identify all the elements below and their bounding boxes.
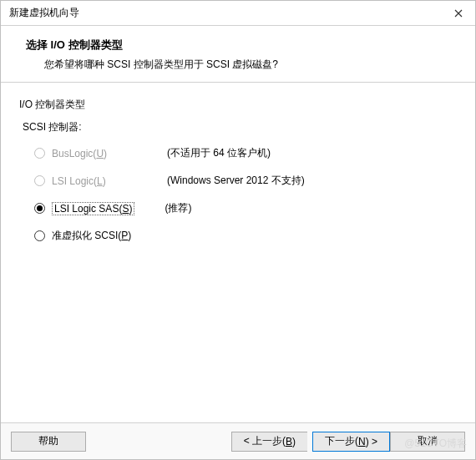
wizard-content: I/O 控制器类型 SCSI 控制器: BusLogic(U) (不适用于 64… <box>1 83 475 265</box>
group-label: I/O 控制器类型 <box>19 98 458 112</box>
option-label: BusLogic(U) <box>52 148 152 159</box>
scsi-label: SCSI 控制器: <box>23 120 458 134</box>
option-lsilogic: LSI Logic(L) (Windows Server 2012 不支持) <box>34 174 458 188</box>
option-label: LSI Logic SAS(S) <box>52 202 134 215</box>
radio-icon <box>34 175 45 186</box>
back-button[interactable]: < 上一步(B) <box>231 432 307 452</box>
help-button[interactable]: 帮助 <box>11 432 86 452</box>
radio-icon <box>34 230 45 241</box>
radio-icon <box>34 203 45 214</box>
page-title: 选择 I/O 控制器类型 <box>26 38 458 53</box>
option-lsilogic-sas[interactable]: LSI Logic SAS(S) (推荐) <box>34 201 458 215</box>
radio-icon <box>34 148 45 159</box>
window-title: 新建虚拟机向导 <box>9 6 442 20</box>
nav-buttons: < 上一步(B) 下一步(N) > <box>231 432 390 452</box>
close-icon <box>454 9 463 18</box>
option-label: 准虚拟化 SCSI(P) <box>52 229 152 243</box>
option-note: (不适用于 64 位客户机) <box>167 146 271 160</box>
controller-options: BusLogic(U) (不适用于 64 位客户机) LSI Logic(L) … <box>34 146 458 243</box>
titlebar: 新建虚拟机向导 <box>1 1 475 26</box>
close-button[interactable] <box>442 1 475 26</box>
next-button[interactable]: 下一步(N) > <box>312 432 390 452</box>
option-label: LSI Logic(L) <box>52 175 152 187</box>
option-paravirtual[interactable]: 准虚拟化 SCSI(P) <box>34 229 458 243</box>
wizard-header: 选择 I/O 控制器类型 您希望将哪种 SCSI 控制器类型用于 SCSI 虚拟… <box>1 26 475 83</box>
option-buslogic: BusLogic(U) (不适用于 64 位客户机) <box>34 146 458 160</box>
page-subtitle: 您希望将哪种 SCSI 控制器类型用于 SCSI 虚拟磁盘? <box>44 58 458 72</box>
cancel-button[interactable]: 取消 <box>390 432 465 452</box>
wizard-footer: 帮助 < 上一步(B) 下一步(N) > 取消 <box>1 422 475 459</box>
option-note: (推荐) <box>165 201 191 215</box>
option-note: (Windows Server 2012 不支持) <box>167 174 305 188</box>
